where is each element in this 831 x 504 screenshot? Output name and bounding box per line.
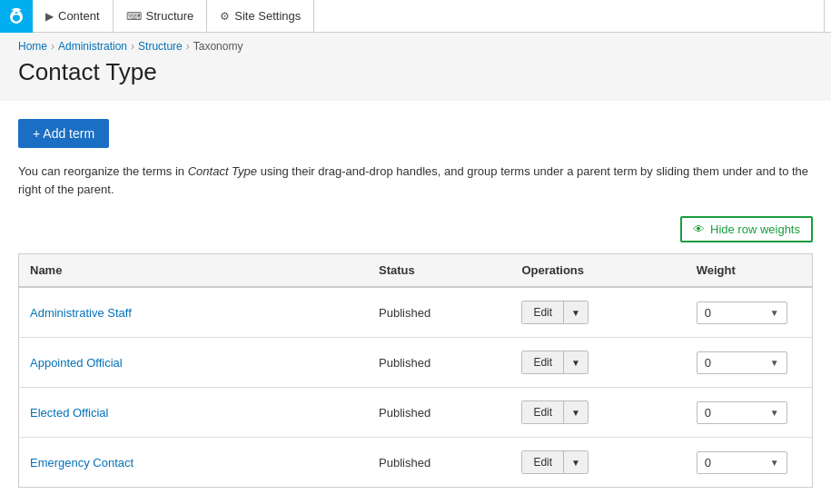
table-row: Elected Official Published Edit ▼ 0 ▼ xyxy=(19,388,813,438)
description-text: You can reorganize the terms in Contact … xyxy=(18,163,813,198)
col-header-weight: Weight xyxy=(686,254,813,288)
eye-icon: 👁 xyxy=(693,222,705,236)
term-link-2[interactable]: Elected Official xyxy=(30,406,108,420)
weight-chevron-down-icon: ▼ xyxy=(770,358,779,368)
nav-tab-site-settings-label: Site Settings xyxy=(234,9,301,23)
desc-italic: Contact Type xyxy=(188,164,257,178)
main-content: + Add term You can reorganize the terms … xyxy=(0,101,831,504)
breadcrumb-sep-1: › xyxy=(51,40,54,53)
edit-dropdown-arrow-0[interactable]: ▼ xyxy=(564,301,588,323)
edit-btn-group-0: Edit ▼ xyxy=(521,301,589,324)
add-term-button[interactable]: + Add term xyxy=(18,119,109,148)
page-icon: ▶ xyxy=(45,10,54,23)
nav-tab-structure[interactable]: ⌨ Structure xyxy=(114,0,208,33)
cell-status-1: Published xyxy=(368,338,510,388)
cell-weight-3: 0 ▼ xyxy=(686,438,813,488)
gear-icon: ⚙ xyxy=(220,10,230,23)
cell-weight-2: 0 ▼ xyxy=(686,388,813,438)
edit-button-2[interactable]: Edit xyxy=(522,401,564,423)
chevron-down-icon: ▼ xyxy=(571,408,580,418)
hide-weights-label: Hide row weights xyxy=(710,222,800,236)
cell-status-2: Published xyxy=(368,388,510,438)
edit-btn-group-2: Edit ▼ xyxy=(521,400,589,424)
weight-select-3[interactable]: 0 ▼ xyxy=(697,451,787,474)
breadcrumb-home[interactable]: Home xyxy=(18,40,47,53)
col-header-status: Status xyxy=(368,254,510,288)
col-header-name: Name xyxy=(19,254,369,288)
top-actions: 👁 Hide row weights xyxy=(18,216,813,250)
cell-operations-1: Edit ▼ xyxy=(510,338,685,388)
hide-row-weights-button[interactable]: 👁 Hide row weights xyxy=(680,216,813,242)
cell-name-2: Elected Official xyxy=(19,388,369,438)
cell-weight-1: 0 ▼ xyxy=(686,338,813,388)
terms-table: Name Status Operations Weight Administra… xyxy=(18,253,813,488)
cell-status-3: Published xyxy=(368,438,510,488)
breadcrumb-structure[interactable]: Structure xyxy=(138,40,183,53)
table-row: Emergency Contact Published Edit ▼ 0 ▼ xyxy=(19,438,813,488)
weight-select-0[interactable]: 0 ▼ xyxy=(697,301,787,324)
weight-select-2[interactable]: 0 ▼ xyxy=(697,401,787,424)
nav-right-bar xyxy=(824,0,831,33)
weight-chevron-down-icon: ▼ xyxy=(770,458,779,468)
page-title: Contact Type xyxy=(18,58,813,86)
edit-btn-group-3: Edit ▼ xyxy=(521,450,589,474)
edit-dropdown-arrow-3[interactable]: ▼ xyxy=(564,451,588,473)
cell-name-3: Emergency Contact xyxy=(19,438,369,488)
nav-tab-content-label: Content xyxy=(58,9,100,23)
chevron-down-icon: ▼ xyxy=(571,358,580,368)
weight-value-3: 0 xyxy=(705,456,711,469)
drupal-logo-icon xyxy=(6,6,26,26)
weight-value-2: 0 xyxy=(705,406,711,420)
edit-dropdown-arrow-1[interactable]: ▼ xyxy=(564,351,588,373)
term-link-1[interactable]: Appointed Official xyxy=(30,356,123,370)
weight-value-1: 0 xyxy=(705,356,711,370)
breadcrumb-area: Home › Administration › Structure › Taxo… xyxy=(0,33,831,53)
edit-dropdown-arrow-2[interactable]: ▼ xyxy=(564,401,588,423)
table-row: Administrative Staff Published Edit ▼ 0 … xyxy=(19,287,813,338)
chevron-down-icon: ▼ xyxy=(571,458,580,468)
edit-button-3[interactable]: Edit xyxy=(522,451,564,473)
breadcrumb-taxonomy: Taxonomy xyxy=(193,40,243,53)
cell-name-0: Administrative Staff xyxy=(19,287,369,338)
structure-icon: ⌨ xyxy=(126,10,142,23)
top-nav: ▶ Content ⌨ Structure ⚙ Site Settings xyxy=(0,0,831,33)
weight-value-0: 0 xyxy=(705,306,711,320)
nav-tab-site-settings[interactable]: ⚙ Site Settings xyxy=(207,0,314,33)
nav-tab-content[interactable]: ▶ Content xyxy=(33,0,114,33)
weight-chevron-down-icon: ▼ xyxy=(770,308,779,318)
term-link-0[interactable]: Administrative Staff xyxy=(30,306,132,320)
edit-btn-group-1: Edit ▼ xyxy=(521,351,589,374)
cell-weight-0: 0 ▼ xyxy=(686,287,813,338)
cell-operations-0: Edit ▼ xyxy=(510,287,685,338)
cell-operations-2: Edit ▼ xyxy=(510,388,685,438)
edit-button-1[interactable]: Edit xyxy=(522,351,564,373)
term-link-3[interactable]: Emergency Contact xyxy=(30,456,134,469)
page-title-area: Contact Type xyxy=(0,53,831,101)
breadcrumb-administration[interactable]: Administration xyxy=(58,40,127,53)
breadcrumb-sep-3: › xyxy=(186,40,190,53)
cell-name-1: Appointed Official xyxy=(19,338,369,388)
drupal-logo[interactable] xyxy=(0,0,33,33)
col-header-operations: Operations xyxy=(510,254,685,288)
desc-prefix: You can reorganize the terms in xyxy=(18,164,188,178)
cell-operations-3: Edit ▼ xyxy=(510,438,685,488)
nav-tab-structure-label: Structure xyxy=(146,9,194,23)
breadcrumb-sep-2: › xyxy=(131,40,134,53)
table-header-row: Name Status Operations Weight xyxy=(19,254,813,288)
chevron-down-icon: ▼ xyxy=(571,308,580,318)
weight-chevron-down-icon: ▼ xyxy=(770,408,779,418)
weight-select-1[interactable]: 0 ▼ xyxy=(697,351,787,374)
breadcrumb: Home › Administration › Structure › Taxo… xyxy=(18,40,813,53)
edit-button-0[interactable]: Edit xyxy=(522,301,564,323)
table-row: Appointed Official Published Edit ▼ 0 ▼ xyxy=(19,338,813,388)
cell-status-0: Published xyxy=(368,287,510,338)
